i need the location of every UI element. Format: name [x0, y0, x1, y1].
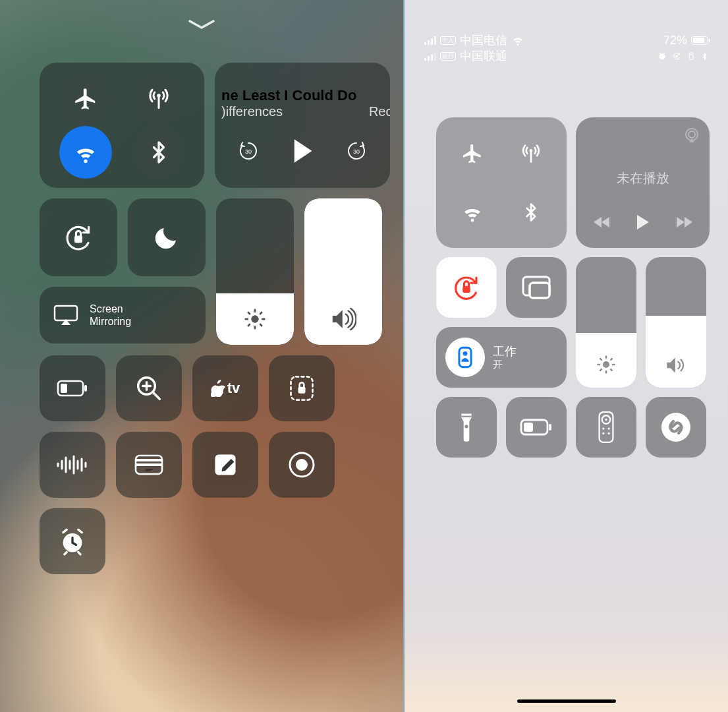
wifi-button[interactable]: [447, 187, 498, 238]
svg-rect-36: [549, 424, 551, 430]
svg-rect-4: [55, 306, 77, 320]
volume-slider[interactable]: [304, 198, 382, 345]
airplane-icon: [73, 86, 98, 111]
svg-rect-37: [524, 423, 533, 432]
svg-point-25: [688, 131, 695, 138]
apple-tv-remote-button[interactable]: [576, 397, 636, 458]
bluetooth-status-icon: [701, 51, 708, 61]
svg-point-22: [690, 54, 692, 55]
battery-icon: [691, 36, 708, 45]
now-playing-module[interactable]: ne Least I Could Do )ifferences Reco 30 …: [215, 63, 390, 188]
alarm-clock-icon: [58, 527, 87, 556]
screen-mirroring-icon: [521, 275, 551, 300]
svg-point-17: [296, 459, 308, 471]
do-not-disturb-button[interactable]: [128, 198, 206, 276]
connectivity-module[interactable]: [436, 117, 567, 248]
wifi-icon: [72, 139, 99, 165]
alarm-button[interactable]: [40, 508, 105, 574]
flashlight-button[interactable]: [436, 397, 497, 458]
rotation-lock-button[interactable]: [436, 257, 497, 318]
screen-mirroring-button[interactable]: [506, 257, 567, 318]
low-power-mode-button[interactable]: [506, 397, 567, 458]
bluetooth-icon: [521, 202, 541, 222]
voice-memos-button[interactable]: [40, 432, 105, 498]
alarm-status-icon: [658, 51, 667, 61]
guided-access-button[interactable]: [269, 355, 335, 421]
compose-note-icon: [212, 452, 238, 478]
wallet-button[interactable]: [116, 432, 182, 498]
waveform-icon: [56, 455, 89, 475]
apple-tv-label: tv: [227, 380, 240, 397]
notes-button[interactable]: [192, 432, 258, 498]
cellular-data-button[interactable]: [505, 128, 557, 179]
svg-point-41: [602, 427, 604, 429]
control-center-left: ne Least I Could Do )ifferences Reco 30 …: [40, 63, 390, 585]
apple-logo-icon: [211, 380, 225, 397]
rotation-lock-icon: [451, 272, 482, 303]
bluetooth-button[interactable]: [505, 187, 557, 238]
screen-mirroring-button[interactable]: Screen Mirroring: [40, 287, 206, 343]
airplane-mode-button[interactable]: [59, 73, 112, 125]
next-track-button[interactable]: [675, 216, 692, 229]
bluetooth-icon: [147, 140, 171, 164]
rotation-lock-status-icon: [672, 51, 681, 61]
screen-mirroring-icon: [53, 304, 79, 326]
skip-forward-30-icon[interactable]: 30: [345, 140, 368, 162]
signal-bars-icon: [424, 36, 436, 45]
airplane-mode-button[interactable]: [447, 128, 498, 179]
focus-label: 工作 开: [493, 345, 517, 370]
play-button[interactable]: [636, 214, 650, 231]
airplay-icon[interactable]: [683, 127, 700, 144]
status-sim2: 旅行 中国联通: [424, 49, 524, 63]
svg-point-40: [605, 419, 607, 421]
volume-icon: [330, 308, 356, 330]
svg-text:30: 30: [245, 148, 252, 155]
svg-rect-8: [61, 384, 67, 393]
rotation-lock-button[interactable]: [40, 198, 117, 276]
record-icon: [288, 451, 316, 479]
apple-tv-remote-button[interactable]: tv: [192, 355, 258, 421]
svg-point-19: [659, 53, 665, 59]
svg-point-45: [661, 413, 690, 442]
volume-slider[interactable]: [646, 257, 706, 388]
skip-back-30-icon[interactable]: 30: [237, 140, 260, 162]
brightness-slider[interactable]: [576, 257, 636, 388]
svg-point-5: [251, 315, 258, 322]
cellular-data-button[interactable]: [132, 73, 185, 125]
home-indicator[interactable]: [517, 699, 616, 703]
brightness-slider[interactable]: [216, 198, 294, 345]
status-indicators: [658, 49, 708, 63]
focus-status-icon: [686, 51, 696, 61]
svg-point-31: [463, 351, 468, 356]
svg-rect-38: [600, 412, 613, 442]
now-playing-subtitle: )ifferences Reco: [221, 104, 390, 119]
shazam-icon: [660, 411, 692, 443]
focus-module[interactable]: 工作 开: [436, 327, 567, 388]
volume-icon: [665, 356, 687, 374]
svg-point-42: [608, 427, 610, 429]
shazam-button[interactable]: [646, 397, 706, 458]
not-playing-label: 未在播放: [617, 169, 669, 187]
status-sim1: 个人 中国电信: [424, 33, 524, 47]
wifi-icon: [461, 200, 484, 224]
bluetooth-button[interactable]: [132, 126, 185, 179]
svg-rect-34: [461, 416, 471, 417]
now-playing-module[interactable]: 未在播放: [576, 117, 710, 248]
svg-rect-20: [675, 55, 678, 58]
wifi-status-icon: [511, 36, 524, 45]
rotation-lock-icon: [63, 222, 94, 253]
status-battery: 72%: [663, 33, 708, 47]
svg-point-43: [602, 432, 604, 434]
wifi-button[interactable]: [59, 126, 112, 179]
low-power-mode-button[interactable]: [40, 355, 105, 421]
magnifier-button[interactable]: [116, 355, 182, 421]
play-button[interactable]: [291, 138, 314, 164]
magnifier-plus-icon: [135, 374, 163, 402]
screen-recording-button[interactable]: [269, 432, 335, 498]
airplane-icon: [461, 142, 484, 165]
connectivity-module[interactable]: [40, 63, 204, 188]
previous-track-button[interactable]: [594, 216, 611, 229]
svg-text:30: 30: [353, 148, 360, 155]
cellular-antenna-icon: [519, 142, 543, 165]
svg-rect-21: [689, 53, 693, 60]
